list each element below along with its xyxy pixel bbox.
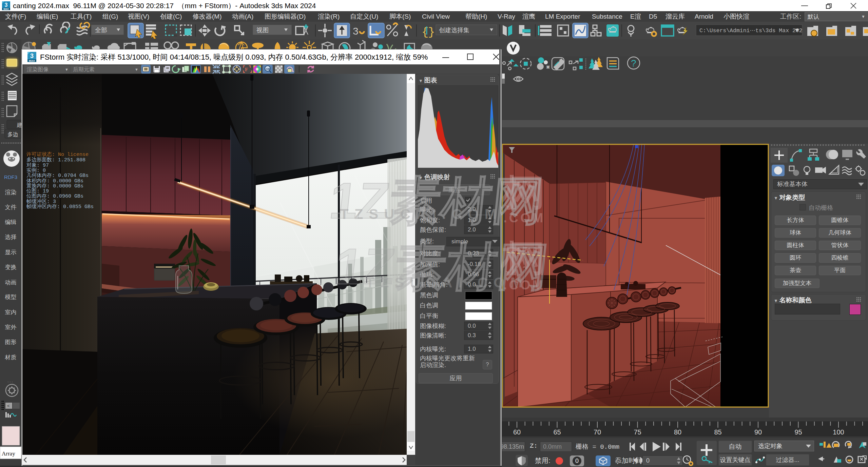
svg-text:全部: 全部 (95, 27, 107, 34)
svg-text:85: 85 (714, 428, 721, 436)
svg-text:<: < (7, 403, 10, 408)
svg-text:90: 90 (754, 428, 762, 436)
svg-text:几何体内存: 0.0704 GBs: 几何体内存: 0.0704 GBs (26, 172, 89, 179)
svg-text:建: 建 (17, 122, 21, 128)
svg-text:70: 70 (594, 428, 601, 436)
svg-text:60: 60 (513, 428, 521, 436)
svg-text:材: 材 (502, 238, 520, 278)
svg-text:帧缓冲区内存: 0.0855 GBs: 帧缓冲区内存: 0.0855 GBs (26, 204, 94, 210)
svg-text:3: 3 (353, 25, 359, 37)
svg-text:位图内存: 0.0960 GBs: 位图内存: 0.0960 GBs (26, 193, 83, 199)
svg-text:多边: 多边 (7, 131, 18, 137)
svg-text:...: ... (7, 378, 14, 383)
svg-text:3: 3 (5, 2, 8, 8)
svg-text:.COM: .COM (503, 211, 545, 225)
svg-text:MAX: MAX (3, 8, 9, 10)
svg-text:创建选择集: 创建选择集 (439, 27, 469, 34)
svg-text:F: F (245, 67, 248, 72)
svg-text:3: 3 (30, 53, 34, 59)
svg-text:?: ? (631, 58, 636, 68)
svg-text:材: 材 (502, 172, 520, 212)
svg-text:75: 75 (634, 428, 641, 436)
svg-text:Array: Array (2, 450, 15, 457)
svg-text:多边形面数: 1.251.808: 多边形面数: 1.251.808 (26, 157, 85, 163)
svg-text:100: 100 (833, 428, 844, 436)
svg-text:{: { (422, 26, 428, 39)
svg-text:}: } (428, 26, 435, 39)
svg-text:80: 80 (674, 428, 681, 436)
svg-text:C:\Users\Admini⋯ts\3ds Max 202: C:\Users\Admini⋯ts\3ds Max 202 (699, 27, 803, 34)
svg-text:GB: GB (266, 67, 270, 70)
svg-text:MAX: MAX (29, 59, 35, 62)
svg-text:视图: 视图 (256, 27, 269, 34)
svg-text:✕: ✕ (546, 65, 549, 69)
svg-text:.COM: .COM (503, 278, 545, 292)
svg-text:95: 95 (794, 428, 802, 436)
svg-text:许可证状态: No license: 许可证状态: No license (26, 151, 89, 158)
svg-text:65: 65 (553, 428, 561, 436)
